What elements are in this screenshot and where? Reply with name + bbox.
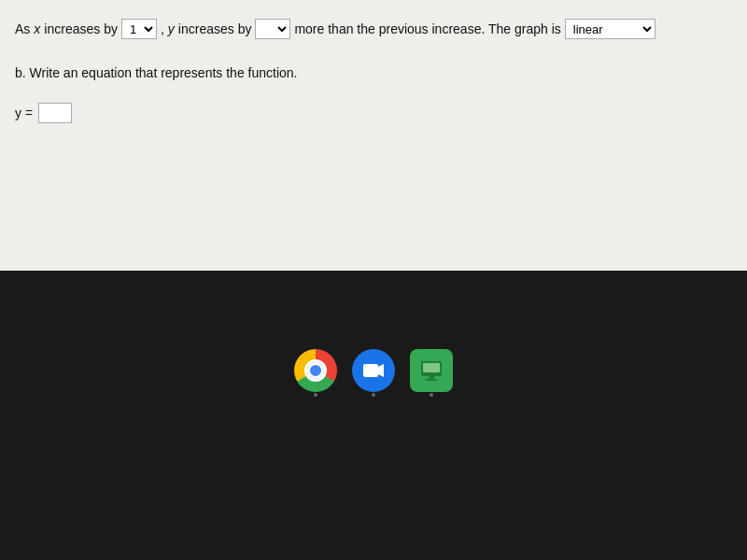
classroom-dot	[430, 393, 433, 397]
meet-svg	[360, 357, 387, 384]
part-b-label: b. Write an equation that represents the…	[15, 65, 732, 80]
bottom-panel	[0, 271, 747, 560]
graph-type-select[interactable]: linear exponential quadratic	[565, 19, 655, 39]
svg-rect-3	[423, 363, 440, 372]
classroom-icon-button[interactable]	[410, 349, 453, 392]
line-a: As x increases by 1 2 3 , y increases by…	[15, 19, 732, 39]
comma: ,	[161, 19, 164, 39]
var-x-label: x	[34, 19, 40, 39]
chrome-dot	[314, 393, 317, 397]
classroom-svg	[418, 357, 444, 384]
meet-dot	[372, 393, 375, 397]
top-panel: As x increases by 1 2 3 , y increases by…	[0, 0, 747, 271]
line-b: b. Write an equation that represents the…	[15, 65, 732, 80]
svg-rect-5	[426, 379, 437, 381]
svg-rect-4	[429, 376, 434, 379]
y-increment-select[interactable]: 1 2 3	[255, 19, 290, 39]
x-increment-select[interactable]: 1 2 3	[121, 19, 157, 39]
svg-marker-1	[378, 364, 384, 377]
equation-lhs: y =	[15, 105, 33, 120]
text-as: As	[15, 19, 30, 39]
text-more-than: more than the previous increase. The gra…	[294, 19, 560, 39]
text-increases-by-2: increases by	[178, 19, 252, 39]
taskbar	[294, 349, 453, 392]
equation-input[interactable]	[38, 103, 72, 123]
svg-rect-0	[363, 364, 378, 377]
text-increases-by-1: increases by	[44, 19, 118, 39]
meet-icon-button[interactable]	[352, 349, 395, 392]
var-y-label: y	[168, 19, 175, 39]
equation-row: y =	[15, 103, 732, 123]
chrome-icon-button[interactable]	[294, 349, 337, 392]
